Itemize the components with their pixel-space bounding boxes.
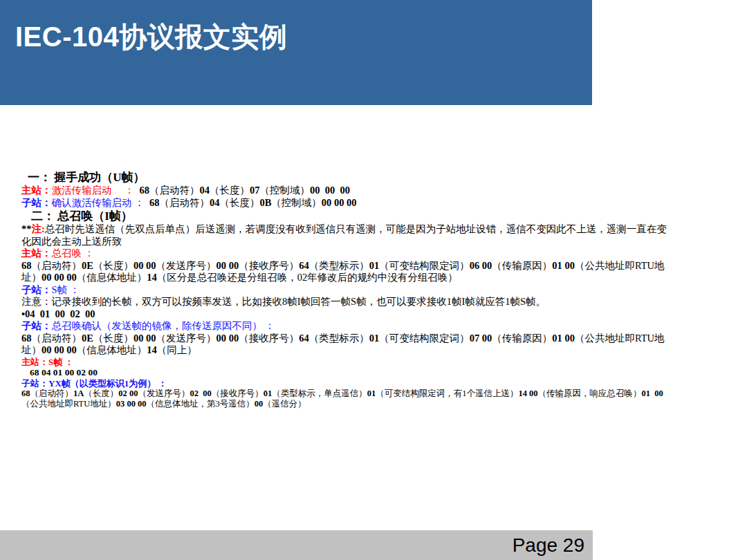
- text-segment: 主站：: [21, 185, 52, 196]
- text-segment: （长度）: [84, 389, 118, 398]
- text-segment: •04 01 00 02 00: [21, 308, 95, 319]
- text-segment: （接收序号）: [239, 260, 299, 271]
- slide-header-bar: IEC-104协议报文实例: [0, 0, 592, 105]
- page-title: IEC-104协议报文实例: [0, 0, 592, 53]
- text-segment: （长度）: [93, 333, 133, 344]
- text-segment: YX帧（以类型标识1为例） ：: [48, 378, 167, 389]
- text-segment: 00 00 00: [42, 344, 77, 355]
- text-segment: 子站：: [21, 284, 52, 295]
- text-segment: **: [21, 223, 32, 234]
- text-segment: （遥信分）: [263, 399, 306, 409]
- text-segment: （接收序号）: [239, 333, 299, 344]
- text-segment: 68: [139, 185, 149, 196]
- text-segment: 04: [210, 197, 220, 208]
- text-segment: 68: [21, 333, 32, 344]
- text-segment: 00: [255, 399, 264, 409]
- text-segment: （可变结构限定词）: [379, 333, 470, 344]
- text-segment: （发送序号）: [138, 389, 190, 398]
- text-line: 一： 握手成功（U帧）: [21, 171, 670, 184]
- text-segment: [145, 197, 149, 208]
- text-segment: 激活传输启动 ：: [52, 185, 135, 196]
- text-segment: 总召唤确认（发送帧的镜像，除传送原因不同） ：: [52, 320, 275, 331]
- text-segment: （可变结构限定词）: [379, 260, 470, 271]
- text-line: 子站：YX帧（以类型标识1为例） ：: [21, 378, 670, 389]
- text-segment: 0E: [82, 333, 93, 344]
- text-segment: 68: [149, 197, 160, 208]
- text-line: **注:总召时先送遥信（先双点后单点）后送遥测，若调度没有收到遥信只有遥测，可能…: [21, 223, 670, 248]
- text-line: •04 01 00 02 00: [21, 308, 670, 321]
- text-segment: 00 00: [133, 260, 156, 271]
- text-segment: （启动符）: [32, 260, 82, 271]
- text-segment: 注意：记录接收到的长帧，双方可以按频率发送，比如接收8帧I帧回答一帧S帧，也可以…: [21, 296, 546, 307]
- text-segment: 01 00: [642, 389, 663, 398]
- text-segment: 07: [250, 185, 260, 196]
- text-segment: 14: [147, 272, 157, 283]
- text-segment: S帧 ：: [52, 284, 80, 295]
- text-segment: （同上）: [157, 344, 197, 355]
- text-line: 68（启动符）0E（长度）00 00（发送序号）00 00（接收序号）64（类型…: [21, 333, 670, 357]
- text-segment: （可变结构限定词，有1个遥信上送）: [376, 389, 518, 398]
- text-segment: （长度）: [210, 185, 250, 196]
- page-number: Page 29: [513, 534, 593, 556]
- text-segment: （传输原因）: [492, 260, 552, 271]
- text-segment: 子站：: [21, 378, 48, 389]
- text-segment: 07 00: [470, 333, 492, 344]
- text-segment: 主站：: [21, 248, 52, 259]
- text-segment: （长度）: [93, 260, 133, 271]
- text-segment: 总召唤 ：: [52, 248, 95, 259]
- text-segment: 14 00: [518, 389, 537, 398]
- text-segment: 二： 总召唤（I帧）: [31, 209, 133, 223]
- text-segment: 01: [369, 260, 380, 271]
- text-segment: 68 04 01 00 02 00: [30, 367, 98, 377]
- text-segment: （信息体地址）: [77, 344, 147, 355]
- text-segment: 00 00: [216, 260, 239, 271]
- text-line: 子站：确认激活传输启动 ： 68（启动符）04（长度）0B（控制域）00 00 …: [21, 197, 670, 209]
- text-segment: 0E: [82, 260, 93, 271]
- text-line: 注意：记录接收到的长帧，双方可以按频率发送，比如接收8帧I帧回答一帧S帧，也可以…: [21, 296, 670, 308]
- slide-body-text: 一： 握手成功（U帧）主站：激活传输启动 ： 68（启动符）04（长度）07（控…: [21, 170, 670, 409]
- text-segment: （启动符）: [32, 333, 82, 344]
- text-segment: 64: [299, 260, 309, 271]
- text-segment: 01 00: [552, 333, 575, 344]
- text-segment: （发送序号）: [156, 333, 216, 344]
- text-line: 68 04 01 00 02 00: [21, 367, 670, 378]
- text-segment: （区分是总召唤还是分组召唤，02年修改后的规约中没有分组召唤）: [157, 272, 458, 283]
- text-segment: 03 00 00: [116, 399, 147, 409]
- text-line: 子站：总召唤确认（发送帧的镜像，除传送原因不同） ：: [21, 320, 670, 333]
- text-segment: 确认激活传输启动 ：: [52, 197, 145, 208]
- text-segment: 注:: [32, 223, 45, 234]
- text-segment: 子站：: [21, 197, 52, 208]
- text-segment: （启动符）: [149, 185, 200, 196]
- text-segment: （接收序号）: [212, 389, 264, 398]
- footer-bar: Page 29: [0, 530, 593, 560]
- text-line: 主站：总召唤 ：: [21, 248, 670, 260]
- text-segment: S帧 ：: [48, 357, 73, 367]
- text-line: 主站：激活传输启动 ： 68（启动符）04（长度）07（控制域）00 00 00: [21, 185, 670, 197]
- text-segment: 68: [21, 260, 32, 271]
- text-segment: （传输原因）: [492, 333, 552, 344]
- text-segment: 01: [367, 389, 376, 398]
- text-segment: （类型标示）: [309, 333, 369, 344]
- text-line: 68（启动符）1A（长度）02 00（发送序号）02 00（接收序号）01（类型…: [21, 389, 670, 409]
- text-segment: （发送序号）: [156, 260, 216, 271]
- text-segment: （传输原因，响应总召唤）: [538, 389, 642, 398]
- text-segment: 00 00 00: [322, 197, 357, 208]
- text-segment: 06 00: [470, 260, 492, 271]
- text-segment: 02 00: [118, 389, 138, 398]
- text-segment: 04: [199, 185, 210, 196]
- text-segment: 1A: [73, 389, 84, 398]
- text-segment: （启动符）: [159, 197, 210, 208]
- text-segment: （控制域）: [259, 185, 310, 196]
- text-segment: 01: [369, 333, 380, 344]
- text-segment: 02 00: [190, 389, 211, 398]
- text-segment: 主站：: [21, 357, 48, 367]
- text-segment: 00 00 00: [310, 185, 350, 196]
- text-segment: 01 00: [552, 260, 575, 271]
- slide: IEC-104协议报文实例 一： 握手成功（U帧）主站：激活传输启动 ： 68（…: [0, 0, 747, 560]
- text-segment: （长度）: [219, 197, 259, 208]
- text-segment: 14: [147, 344, 157, 355]
- text-line: 主站：S帧 ：: [21, 357, 670, 368]
- text-segment: 子站：: [21, 320, 52, 331]
- text-segment: （类型标示，单点遥信）: [272, 389, 367, 398]
- text-line: 二： 总召唤（I帧）: [21, 209, 670, 223]
